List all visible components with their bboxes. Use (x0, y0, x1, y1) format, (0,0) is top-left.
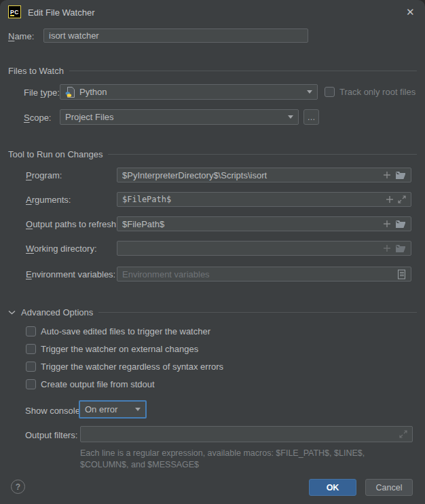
chevron-down-icon (135, 408, 141, 411)
ok-button[interactable]: OK (309, 479, 356, 496)
chevron-down-icon (307, 90, 312, 94)
section-divider (108, 154, 417, 155)
checkbox-icon[interactable] (26, 326, 36, 336)
working-directory-input[interactable] (117, 241, 411, 256)
arguments-value: $FilePath$ (122, 195, 382, 204)
expand-icon[interactable] (399, 430, 407, 438)
name-input[interactable]: isort watcher (43, 28, 308, 43)
stdout-output-checkbox[interactable]: Create output file from stdout (26, 379, 155, 389)
section-divider (69, 71, 417, 71)
tool-section-title: Tool to Run on Changes (8, 149, 103, 159)
external-changes-label: Trigger the watcher on external changes (41, 344, 198, 354)
program-value: $PyInterpreterDirectory$\Scripts\isort (122, 170, 379, 180)
window-title: Edit File Watcher (28, 7, 95, 18)
scope-browse-button[interactable]: … (303, 109, 319, 125)
insert-macro-icon[interactable] (383, 244, 391, 252)
help-button[interactable]: ? (11, 480, 25, 494)
external-changes-checkbox[interactable]: Trigger the watcher on external changes (26, 344, 198, 354)
name-value: isort watcher (49, 31, 303, 41)
environment-variables-input[interactable]: Environment variables (117, 267, 411, 282)
scope-value: Project Files (65, 112, 284, 122)
checkbox-icon[interactable] (26, 362, 36, 372)
close-icon[interactable]: ✕ (406, 7, 415, 17)
name-label: Name: (8, 31, 34, 41)
arguments-input[interactable]: $FilePath$ (117, 192, 411, 207)
files-to-watch-title: Files to Watch (8, 66, 64, 76)
environment-variables-label: Environment variables: (26, 269, 115, 279)
browse-folder-icon[interactable] (395, 244, 406, 253)
section-divider (98, 312, 417, 313)
environment-variables-placeholder: Environment variables (122, 269, 393, 279)
output-paths-input[interactable]: $FilePath$ (117, 216, 411, 231)
track-only-root-files-checkbox[interactable]: Track only root files (325, 87, 415, 97)
files-to-watch-section-header: Files to Watch (8, 66, 417, 76)
auto-save-checkbox[interactable]: Auto-save edited files to trigger the wa… (26, 326, 210, 336)
browse-folder-icon[interactable] (395, 171, 406, 180)
output-filters-input[interactable] (80, 426, 413, 442)
insert-macro-icon[interactable] (383, 220, 391, 228)
auto-save-label: Auto-save edited files to trigger the wa… (41, 326, 210, 336)
edit-file-watcher-dialog: PC Edit File Watcher ✕ Name: isort watch… (0, 0, 425, 504)
scope-label: Scope: (24, 113, 51, 123)
file-type-label: File type: (24, 88, 60, 98)
output-paths-value: $FilePath$ (122, 219, 379, 229)
insert-macro-icon[interactable] (383, 171, 391, 179)
insert-macro-icon[interactable] (386, 195, 394, 203)
output-filters-hint: Each line is a regular expression, avail… (80, 448, 387, 471)
program-label: Program: (26, 170, 62, 180)
show-console-value: On error (85, 404, 131, 414)
browse-folder-icon[interactable] (395, 220, 406, 229)
syntax-errors-label: Trigger the watcher regardless of syntax… (41, 362, 223, 372)
program-input[interactable]: $PyInterpreterDirectory$\Scripts\isort (117, 168, 411, 182)
syntax-errors-checkbox[interactable]: Trigger the watcher regardless of syntax… (26, 362, 223, 372)
output-filters-label: Output filters: (25, 430, 77, 440)
browse-list-icon[interactable] (397, 269, 406, 279)
arguments-label: Arguments: (26, 195, 71, 205)
checkbox-icon[interactable] (26, 379, 36, 389)
cancel-button[interactable]: Cancel (365, 479, 413, 496)
pycharm-logo-icon: PC (8, 5, 21, 18)
stdout-output-label: Create output file from stdout (41, 379, 155, 389)
file-type-combobox[interactable]: Python (60, 84, 318, 100)
show-console-label: Show console: (25, 406, 83, 416)
checkbox-icon[interactable] (26, 344, 36, 354)
file-type-value: Python (79, 87, 303, 97)
tool-section-header: Tool to Run on Changes (8, 149, 417, 159)
show-console-combobox[interactable]: On error (79, 400, 147, 419)
output-paths-label: Output paths to refresh: (26, 219, 119, 229)
expand-icon[interactable] (398, 195, 406, 203)
working-directory-label: Working directory: (26, 244, 97, 254)
advanced-options-section-header[interactable]: Advanced Options (8, 307, 417, 317)
pycharm-app-icon: PC (8, 5, 21, 18)
python-file-icon (65, 87, 75, 98)
chevron-down-icon (288, 115, 293, 119)
scope-combobox[interactable]: Project Files (60, 109, 299, 125)
track-only-root-files-label: Track only root files (339, 87, 415, 97)
advanced-options-title: Advanced Options (21, 307, 93, 317)
checkbox-icon[interactable] (325, 87, 335, 97)
chevron-down-icon[interactable] (8, 310, 16, 315)
